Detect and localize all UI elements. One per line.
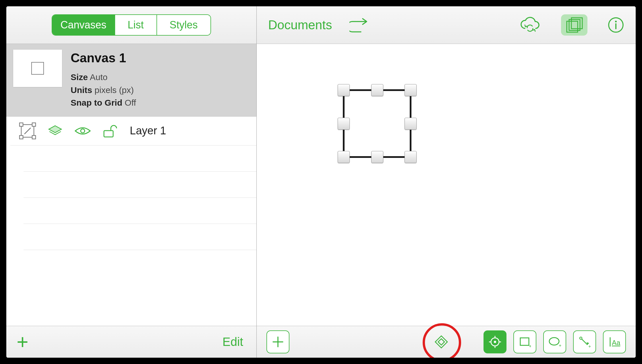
canvas-thumbnail (13, 50, 62, 87)
sidebar-bottom-bar: + Edit (6, 326, 256, 358)
stencils-button[interactable] (561, 14, 587, 36)
canvas-meta-units: Units pixels (px) (71, 84, 136, 96)
svg-text:Aa: Aa (612, 339, 620, 346)
canvas-meta-snap: Snap to Grid Off (71, 97, 136, 109)
svg-line-27 (582, 339, 587, 345)
tab-styles[interactable]: Styles (156, 15, 210, 35)
rectangle-outline (343, 89, 411, 158)
selected-rectangle-shape[interactable] (338, 84, 417, 163)
layer-name: Layer 1 (130, 125, 166, 137)
svg-rect-22 (520, 338, 529, 345)
add-shape-button[interactable] (266, 330, 289, 353)
svg-text:+: + (529, 344, 531, 348)
svg-rect-4 (32, 135, 36, 139)
canvas-meta-size: Size Auto (71, 71, 136, 83)
line-tool-button[interactable]: + (573, 330, 596, 353)
cloud-sync-icon[interactable] (519, 16, 541, 34)
canvas-title: Canvas 1 (71, 51, 136, 65)
canvas-snap-value: Off (125, 98, 136, 107)
svg-point-6 (81, 129, 85, 133)
svg-rect-7 (104, 131, 113, 137)
canvas-area[interactable] (257, 44, 636, 326)
svg-point-24 (549, 338, 559, 345)
layer-row[interactable]: Layer 1 (10, 117, 256, 146)
canvas-units-value: pixels (px) (94, 85, 134, 95)
svg-point-12 (615, 21, 617, 22)
documents-button[interactable]: Documents (268, 18, 332, 32)
svg-text:+: + (588, 344, 591, 348)
bounding-box-icon (19, 122, 36, 140)
main: Documents (257, 6, 636, 358)
text-tool-button[interactable]: Aa (603, 330, 626, 353)
list-row-empty (24, 172, 256, 198)
view-segmented-control: Canvases List Styles (52, 14, 211, 36)
svg-point-26 (580, 337, 582, 339)
diamond-tool-icon[interactable] (430, 331, 453, 353)
info-icon[interactable] (608, 17, 624, 33)
resize-handle-top-middle[interactable] (371, 84, 383, 96)
add-canvas-button[interactable]: + (17, 332, 28, 352)
list-row-empty (24, 224, 256, 250)
main-bottom-toolbar: + + + Aa (257, 326, 636, 358)
tab-canvases[interactable]: Canvases (52, 15, 114, 35)
edit-button[interactable]: Edit (223, 335, 243, 349)
canvas-units-label: Units (71, 85, 92, 95)
resize-handle-middle-left[interactable] (338, 118, 350, 130)
eye-icon[interactable] (74, 126, 91, 136)
list-row-empty (24, 146, 256, 172)
main-top-bar: Documents (257, 6, 636, 44)
sidebar-top-bar: Canvases List Styles (6, 6, 256, 44)
svg-rect-2 (32, 123, 36, 126)
resize-handle-bottom-right[interactable] (405, 151, 417, 163)
tab-list[interactable]: List (115, 15, 156, 35)
canvas-row[interactable]: Canvas 1 Size Auto Units pixels (px) Sna… (6, 44, 256, 117)
resize-handle-middle-right[interactable] (405, 118, 417, 130)
svg-rect-1 (20, 123, 23, 126)
unlock-icon[interactable] (103, 124, 117, 138)
resize-handle-bottom-left[interactable] (338, 151, 350, 163)
canvas-info: Canvas 1 Size Auto Units pixels (px) Sna… (71, 50, 136, 109)
layers-icon[interactable] (48, 125, 63, 137)
ellipse-tool-button[interactable]: + (543, 330, 566, 353)
list-row-empty (24, 198, 256, 224)
canvas-size-value: Auto (90, 72, 108, 82)
resize-handle-top-left[interactable] (338, 84, 350, 96)
svg-text:+: + (559, 343, 561, 348)
svg-rect-3 (20, 135, 23, 139)
resize-handle-top-right[interactable] (405, 84, 417, 96)
undo-icon[interactable] (349, 18, 374, 32)
resize-handle-bottom-middle[interactable] (371, 151, 383, 163)
canvas-size-label: Size (71, 72, 88, 82)
svg-point-17 (494, 341, 496, 343)
svg-line-5 (25, 128, 30, 134)
canvas-snap-label: Snap to Grid (71, 98, 122, 107)
canvas-thumbnail-shape (31, 62, 44, 75)
sidebar: Canvases List Styles Canvas 1 Size Auto … (6, 6, 257, 358)
rectangle-tool-button[interactable]: + (513, 330, 536, 353)
selection-tool-button[interactable] (484, 330, 506, 353)
